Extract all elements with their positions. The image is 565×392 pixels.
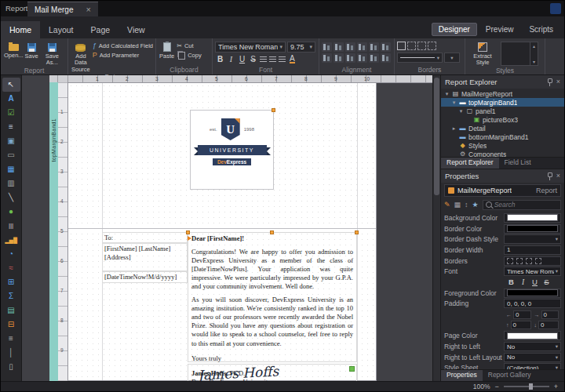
open-button[interactable]: Open... [3,40,24,67]
tree-node-styles[interactable]: ◆Styles [441,141,564,150]
tree-node-mailmergereport[interactable]: ▾▤MailMergeReport [441,89,564,98]
add-calculated-field-button[interactable]: ƒ Add Calculated Field [91,42,155,50]
zoom-in-button[interactable]: + [554,383,558,390]
close-icon[interactable]: × [556,172,560,180]
line-tool[interactable]: ╲ [2,191,20,205]
zoom-slider[interactable] [504,386,549,387]
border-color-combo[interactable]: ▾ [444,53,460,63]
spinner-arrow-icon[interactable]: → [534,312,540,318]
property-row-background-color[interactable]: Background Color [444,212,561,223]
categorized-icon[interactable]: ▦ [454,201,461,209]
university-logo-picture-box[interactable]: est. U 1998 UNIVERSITY DevExpress [190,110,274,190]
align-text-right-icon[interactable] [279,56,286,62]
ribbon-tab-home[interactable]: Home [1,21,40,38]
character-comb-tool[interactable]: ▥ [2,176,20,191]
borders-all-icon[interactable] [397,42,406,50]
property-row-borders[interactable]: Borders [444,256,561,267]
align-top-edges-icon[interactable] [357,42,367,52]
borders-bottom-icon[interactable] [428,42,436,50]
font-italic-button[interactable]: I [227,55,235,64]
add-parameter-button[interactable]: P Add Parameter [91,51,155,60]
spinner-arrow-icon[interactable]: ↓ [534,322,538,328]
property-value[interactable] [504,289,561,298]
property-row-font[interactable]: FontTimes New Roman▾ [444,266,561,277]
app-menu-icon[interactable] [550,3,561,14]
sum-tool[interactable]: Σ [2,289,20,303]
property-value[interactable]: Times New Roman▾ [504,267,561,276]
design-surface[interactable]: 12345678910 topMarginBand1 123456789 est… [22,75,432,381]
spinner-value[interactable]: 0 [511,321,531,329]
property-row-border-dash-style[interactable]: Border Dash Style▾ [444,234,561,245]
tree-node-components[interactable]: ⚙Components [441,150,564,157]
make-same-size-icon[interactable] [345,53,355,63]
detail-band-boundary[interactable] [68,228,376,229]
picture-tag-icon[interactable] [349,366,355,372]
alphabetical-icon[interactable]: ↕ [465,201,468,209]
make-same-width-icon[interactable] [322,53,332,63]
property-value[interactable]: 0, 0, 0, 0 [504,299,561,308]
copy-button[interactable]: Copy [175,51,203,60]
font-strikeout-button[interactable]: S [541,278,552,286]
tab-field-list[interactable]: Field List [499,158,537,169]
vertical-spacing-icon[interactable] [369,53,379,63]
make-same-height-icon[interactable] [334,53,344,63]
vertical-scrollbar[interactable] [432,75,440,381]
font-size-combo[interactable]: 9.75 ▾ [287,42,315,53]
panel-tool[interactable]: ▭ [2,148,20,162]
align-right-edges-icon[interactable] [345,42,355,52]
tab-report-explorer[interactable]: Report Explorer [441,158,499,169]
scrollbar-thumb[interactable] [434,78,439,195]
styles-gallery-scroll[interactable]: ▴ ▾ [530,42,538,65]
property-value[interactable] [504,256,561,266]
align-text-center-icon[interactable] [269,56,276,62]
paste-button[interactable]: Paste [159,40,175,66]
view-button-preview[interactable]: Preview [479,23,521,36]
gallery-down-icon[interactable]: ▾ [533,59,535,64]
letter-body-rich-text[interactable]: Dear [FirstName]! Congratulations! We ar… [188,232,357,362]
tab-report-gallery[interactable]: Report Gallery [483,370,537,381]
pin-icon[interactable] [546,172,552,180]
chart-tool[interactable]: ▂▅█ [2,233,20,247]
check-box-tool[interactable]: ☑ [2,106,20,120]
recipient-cell[interactable]: [FirstName] [LastName] [Address] [102,243,188,271]
properties-search[interactable] [483,200,561,210]
label-tool[interactable]: A [2,92,20,106]
selected-object-combo[interactable]: MailMergeReport Report [444,184,561,197]
borders-top-icon[interactable] [417,42,426,50]
pivot-grid-tool[interactable]: ⊞ [2,275,20,289]
font-underline-button[interactable]: U [530,278,540,286]
spinner-arrow-icon[interactable]: ↑ [506,322,509,328]
gauge-tool[interactable]: ◔ [2,247,20,261]
borders-none-icon[interactable] [407,42,416,50]
font-family-combo[interactable]: Times New Roman ▾ [215,42,286,53]
cut-button[interactable]: ✂ Cut [175,42,203,50]
subreport-tool[interactable]: ▤ [2,303,20,318]
property-row-page-color[interactable]: Page Color [444,331,561,342]
spinner-value[interactable]: 0 [513,310,531,319]
tab-properties[interactable]: Properties [441,370,483,381]
tree-node-topmarginband1[interactable]: ▾▬topMarginBand1 [441,98,564,107]
align-vertical-centers-icon[interactable] [369,42,379,52]
table-of-contents-tool[interactable]: ≡ [2,332,20,346]
selection-handle[interactable] [186,230,190,234]
properties-search-input[interactable] [494,201,558,209]
selection-handle[interactable] [270,230,274,234]
cross-band-line-tool[interactable]: │ [2,346,20,360]
property-value[interactable]: 1 [504,245,561,255]
property-value[interactable]: ▾ [504,234,561,244]
font-italic-button[interactable]: I [518,278,528,286]
table-tool[interactable]: ▦ [2,162,20,176]
property-value[interactable] [504,224,561,234]
padding-spinner[interactable]: ←0 [506,310,531,319]
expander-icon[interactable]: ▾ [444,91,450,97]
pin-icon[interactable] [546,78,552,86]
cross-band-box-tool[interactable]: ▯ [2,360,20,374]
border-line-style-combo[interactable]: ▾ [397,53,443,63]
report-page[interactable]: est. U 1998 UNIVERSITY DevExpress To: [67,82,377,381]
add-data-source-button[interactable]: Add Data Source [71,40,91,73]
property-row-border-color[interactable]: Border Color [444,223,561,234]
align-to-grid-icon[interactable] [381,53,391,63]
tree-node-detail[interactable]: ▸▬Detail [441,124,564,132]
page-break-tool[interactable]: ⊟ [2,318,20,332]
to-label-cell[interactable]: To: [102,232,188,243]
